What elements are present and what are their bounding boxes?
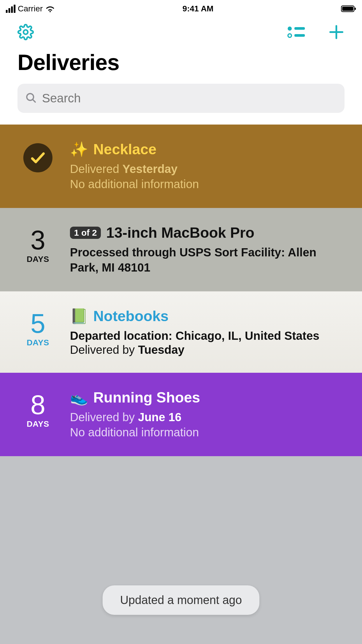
status-bar: Carrier 9:41 AM xyxy=(0,0,362,18)
delivery-row-necklace[interactable]: ✨ Necklace Delivered Yesterday No additi… xyxy=(0,125,362,208)
svg-line-11 xyxy=(33,99,35,102)
carrier-name: Carrier xyxy=(18,4,43,13)
days-label: DAYS xyxy=(27,338,49,347)
delivered-check-icon xyxy=(23,143,52,172)
header: Deliveries xyxy=(0,47,362,84)
svg-point-3 xyxy=(24,30,28,34)
wifi-icon xyxy=(45,5,55,13)
status-emph: Yesterday xyxy=(122,162,178,175)
update-toast: Updated a moment ago xyxy=(103,585,259,615)
delivery-title: Necklace xyxy=(93,141,157,158)
status-prefix: Delivered by xyxy=(70,411,138,424)
battery-icon xyxy=(341,5,356,13)
svg-point-6 xyxy=(288,34,291,37)
clock: 9:41 AM xyxy=(182,4,213,13)
package-count-badge: 1 of 2 xyxy=(70,227,101,239)
days-label: DAYS xyxy=(27,419,49,429)
svg-rect-5 xyxy=(294,27,305,30)
notebook-icon: 📗 xyxy=(70,308,88,325)
days-count: 3 xyxy=(30,227,45,253)
delivery-row-macbook[interactable]: 3 DAYS 1 of 2 13-inch MacBook Pro Proces… xyxy=(0,208,362,291)
delivery-title: 13-inch MacBook Pro xyxy=(106,224,254,241)
extra-info: No additional information xyxy=(70,176,345,192)
list-toggle-button[interactable] xyxy=(287,24,305,40)
page-title: Deliveries xyxy=(17,50,345,75)
add-button[interactable] xyxy=(328,24,345,40)
svg-rect-2 xyxy=(355,8,356,10)
settings-button[interactable] xyxy=(17,24,34,40)
status-text: Processed through USPS Sort Facility: Al… xyxy=(70,245,345,275)
status-emph: June 16 xyxy=(138,411,181,424)
svg-rect-7 xyxy=(294,34,305,37)
days-count: 8 xyxy=(30,391,45,418)
delivery-title: Running Shoes xyxy=(93,389,200,406)
sub-emph: Tuesday xyxy=(138,343,184,356)
days-label: DAYS xyxy=(27,255,49,264)
search-input[interactable] xyxy=(42,91,337,105)
search-field[interactable] xyxy=(17,84,345,113)
search-icon xyxy=(25,92,37,105)
delivery-row-shoes[interactable]: 8 DAYS 👟 Running Shoes Delivered by June… xyxy=(0,373,362,456)
svg-rect-1 xyxy=(342,7,353,11)
days-count: 5 xyxy=(30,310,45,337)
svg-point-4 xyxy=(288,27,292,31)
status-prefix: Delivered xyxy=(70,162,122,175)
delivery-row-notebooks[interactable]: 5 DAYS 📗 Notebooks Departed location: Ch… xyxy=(0,291,362,373)
sparkles-icon: ✨ xyxy=(70,141,88,158)
status-text: Departed location: Chicago, IL, United S… xyxy=(70,328,345,343)
signal-icon xyxy=(6,5,15,13)
delivery-title: Notebooks xyxy=(93,308,168,325)
shoe-icon: 👟 xyxy=(70,389,88,406)
sub-prefix: Delivered by xyxy=(70,343,138,356)
nav-bar xyxy=(0,18,362,47)
extra-info: No additional information xyxy=(70,425,345,440)
search-container xyxy=(0,84,362,125)
